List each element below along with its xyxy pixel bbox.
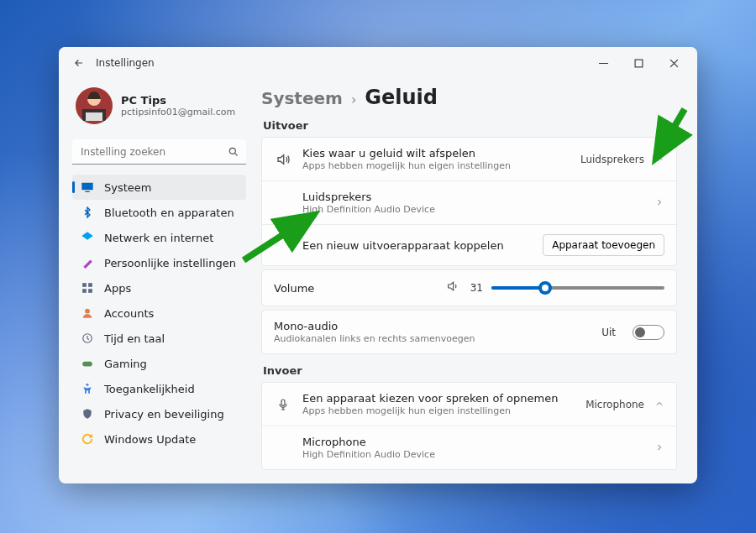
mono-card: Mono-audio Audiokanalen links en rechts … xyxy=(261,310,677,354)
svg-point-15 xyxy=(87,384,89,386)
volume-row: Volume 31 xyxy=(262,270,676,306)
row-subtitle: Audiokanalen links en rechts samenvoegen xyxy=(274,333,591,344)
row-title: Een nieuw uitvoerapparaat koppelen xyxy=(302,239,533,252)
chevron-right-icon: › xyxy=(351,91,356,107)
volume-slider[interactable] xyxy=(491,286,664,290)
speaker-icon xyxy=(274,152,292,167)
maximize-button[interactable] xyxy=(622,50,655,76)
titlebar: Instellingen xyxy=(59,47,697,79)
row-title: Volume xyxy=(274,282,436,295)
svg-rect-10 xyxy=(82,289,87,293)
svg-rect-14 xyxy=(82,362,92,367)
input-card: Een apparaat kiezen voor spreken of opne… xyxy=(261,382,677,470)
search-input[interactable] xyxy=(72,139,246,165)
volume-card: Volume 31 xyxy=(261,269,677,306)
nav-tijd[interactable]: Tijd en taal xyxy=(72,326,246,351)
input-device-row[interactable]: Microphone High Definition Audio Device xyxy=(262,426,676,469)
nav-update[interactable]: Windows Update xyxy=(72,426,246,452)
row-title: Luidsprekers xyxy=(302,191,644,203)
accessibility-icon xyxy=(81,382,94,395)
nav-persoonlijk[interactable]: Persoonlijke instellingen xyxy=(72,250,246,275)
pair-output-row: Een nieuw uitvoerapparaat koppelen Appar… xyxy=(262,224,676,265)
svg-rect-6 xyxy=(81,183,92,191)
nav-label: Toegankelijkheid xyxy=(104,383,195,395)
content: Systeem › Geluid Uitvoer Kies waar u gel… xyxy=(256,79,697,483)
microphone-icon xyxy=(274,398,292,411)
network-icon xyxy=(81,231,94,244)
nav-privacy[interactable]: Privacy en beveiliging xyxy=(72,401,246,426)
window-title: Instellingen xyxy=(96,57,155,69)
search-icon xyxy=(228,145,239,161)
nav-label: Gaming xyxy=(104,358,147,370)
window-controls xyxy=(586,50,690,76)
nav-label: Tijd en taal xyxy=(104,332,165,345)
gaming-icon xyxy=(81,357,94,370)
svg-rect-7 xyxy=(85,191,89,192)
toggle-state: Uit xyxy=(601,327,616,338)
nav-apps[interactable]: Apps xyxy=(72,275,246,300)
time-icon xyxy=(81,332,94,345)
svg-rect-9 xyxy=(88,283,92,287)
nav-label: Windows Update xyxy=(104,433,196,446)
nav-bluetooth[interactable]: Bluetooth en apparaten xyxy=(72,200,246,225)
back-button[interactable] xyxy=(66,50,92,76)
profile-email: pctipsinfo01@gmail.com xyxy=(121,107,235,118)
input-select-row[interactable]: Een apparaat kiezen voor spreken of opne… xyxy=(262,383,676,426)
profile-name: PC Tips xyxy=(121,94,235,107)
breadcrumb: Systeem › Geluid xyxy=(261,86,677,109)
mono-toggle[interactable] xyxy=(633,325,664,340)
nav-label: Persoonlijke instellingen xyxy=(104,257,236,269)
nav-label: Netwerk en internet xyxy=(104,232,213,244)
input-section-label: Invoer xyxy=(263,364,677,377)
svg-rect-0 xyxy=(635,60,643,67)
profile[interactable]: PC Tips pctipsinfo01@gmail.com xyxy=(72,82,246,136)
row-title: Kies waar u geluid wilt afspelen xyxy=(302,147,570,159)
output-select-row[interactable]: Kies waar u geluid wilt afspelen Apps he… xyxy=(262,138,676,180)
search-box[interactable] xyxy=(72,139,246,165)
row-title: Mono-audio xyxy=(274,320,591,332)
privacy-icon xyxy=(81,407,94,421)
nav-label: Systeem xyxy=(104,181,151,194)
nav-systeem[interactable]: Systeem xyxy=(72,175,246,200)
output-device-value: Luidsprekers xyxy=(580,154,644,165)
output-card: Kies waar u geluid wilt afspelen Apps he… xyxy=(261,137,677,266)
svg-rect-8 xyxy=(82,283,87,287)
output-device-row[interactable]: Luidsprekers High Definition Audio Devic… xyxy=(262,180,676,224)
system-icon xyxy=(81,180,94,194)
svg-rect-16 xyxy=(281,400,285,405)
chevron-up-icon xyxy=(654,151,664,167)
personalize-icon xyxy=(81,256,94,269)
nav-label: Apps xyxy=(104,282,131,295)
sidebar: PC Tips pctipsinfo01@gmail.com Systeem B… xyxy=(59,79,256,483)
settings-window: Instellingen PC Tips pctipsinfo01@gmail.… xyxy=(59,47,697,483)
apps-icon xyxy=(81,281,94,295)
nav-toegankelijkheid[interactable]: Toegankelijkheid xyxy=(72,376,246,401)
accounts-icon xyxy=(81,306,94,320)
nav-gaming[interactable]: Gaming xyxy=(72,351,246,376)
bluetooth-icon xyxy=(81,206,94,219)
row-subtitle: High Definition Audio Device xyxy=(302,204,644,215)
breadcrumb-parent[interactable]: Systeem xyxy=(261,88,343,108)
close-button[interactable] xyxy=(657,50,690,76)
row-subtitle: Apps hebben mogelijk hun eigen instellin… xyxy=(302,405,575,416)
add-device-button[interactable]: Apparaat toevoegen xyxy=(543,234,664,256)
nav-label: Bluetooth en apparaten xyxy=(104,206,234,219)
row-subtitle: Apps hebben mogelijk hun eigen instellin… xyxy=(302,160,570,171)
minimize-button[interactable] xyxy=(586,50,620,76)
chevron-right-icon xyxy=(654,440,664,456)
chevron-right-icon xyxy=(654,195,664,211)
nav-label: Accounts xyxy=(104,307,154,320)
svg-point-5 xyxy=(229,148,235,154)
row-title: Een apparaat kiezen voor spreken of opne… xyxy=(302,392,575,405)
svg-rect-4 xyxy=(86,112,102,121)
mono-row[interactable]: Mono-audio Audiokanalen links en rechts … xyxy=(262,311,676,353)
row-title: Microphone xyxy=(302,436,644,448)
nav-list: Systeem Bluetooth en apparaten Netwerk e… xyxy=(72,175,246,452)
volume-icon[interactable] xyxy=(446,280,459,296)
nav-label: Privacy en beveiliging xyxy=(104,408,224,421)
chevron-up-icon xyxy=(654,396,664,412)
page-title: Geluid xyxy=(365,86,438,109)
volume-value: 31 xyxy=(468,282,483,294)
nav-netwerk[interactable]: Netwerk en internet xyxy=(72,225,246,250)
nav-accounts[interactable]: Accounts xyxy=(72,300,246,326)
